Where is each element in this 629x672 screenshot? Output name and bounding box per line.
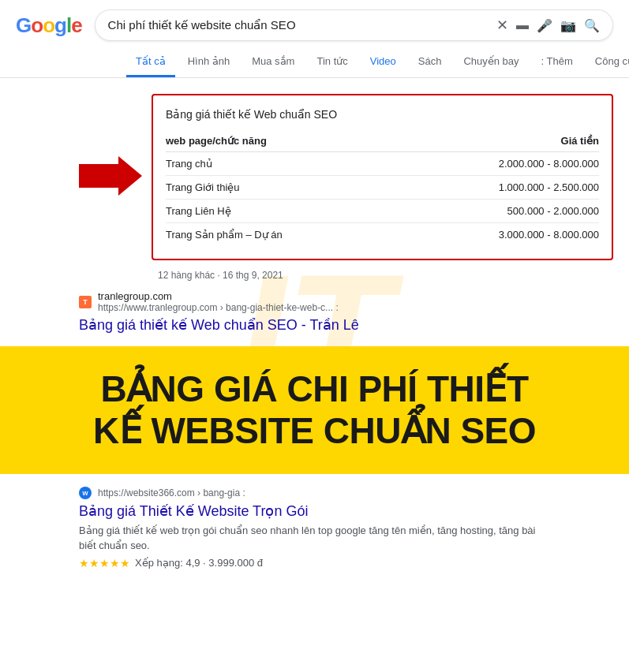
mic-icon[interactable]: 🎤 bbox=[537, 18, 552, 33]
red-arrow-icon bbox=[79, 156, 142, 196]
result-2-description: Bảng giá thiết kế web trọn gói chuẩn seo… bbox=[79, 523, 537, 554]
search-submit-icon[interactable]: 🔍 bbox=[584, 18, 600, 33]
yellow-banner-line2: KẾ WEBSITE CHUẨN SEO bbox=[47, 410, 582, 452]
table-cell-price: 2.000.000 - 8.000.000 bbox=[399, 152, 599, 176]
google-logo: Google bbox=[16, 13, 82, 38]
rating-text: Xếp hạng: 4,9 · 3.999.000 đ bbox=[135, 557, 263, 569]
camera-icon[interactable]: 📷 bbox=[560, 18, 576, 33]
col-header-price: Giá tiền bbox=[399, 130, 599, 152]
tab-them[interactable]: : Thêm bbox=[532, 47, 582, 77]
svg-marker-0 bbox=[79, 156, 142, 196]
featured-snippet-wrapper: Bảng giá thiết kế Web chuẩn SEO web page… bbox=[79, 94, 613, 260]
tab-tat-ca[interactable]: Tất cả bbox=[126, 47, 175, 77]
rating-row: ★★★★★ Xếp hạng: 4,9 · 3.999.000 đ bbox=[79, 557, 613, 569]
search-result-1: T tranlegroup.com https://www.tranlegrou… bbox=[79, 290, 613, 334]
table-cell-price: 500.000 - 2.000.000 bbox=[399, 200, 599, 223]
price-table: web page/chức năng Giá tiền Trang chủ2.0… bbox=[166, 130, 599, 246]
search-icons: ✕ ▬ 🎤 📷 🔍 bbox=[496, 17, 600, 34]
table-cell-name: Trang chủ bbox=[166, 152, 399, 176]
featured-snippet-box: Bảng giá thiết kế Web chuẩn SEO web page… bbox=[152, 94, 613, 260]
result-2-url: https://website366.com › bang-gia : bbox=[98, 487, 245, 498]
tab-video[interactable]: Video bbox=[361, 47, 406, 77]
star-icons: ★★★★★ bbox=[79, 557, 130, 569]
result-1-domain: tranlegroup.com bbox=[98, 290, 339, 302]
table-row: Trang chủ2.000.000 - 8.000.000 bbox=[166, 152, 599, 176]
table-cell-name: Trang Sản phẩm – Dự án bbox=[166, 223, 399, 247]
featured-snippet-title: Bảng giá thiết kế Web chuẩn SEO bbox=[166, 108, 599, 121]
yellow-banner-line1: BẢNG GIÁ CHI PHÍ THIẾT bbox=[47, 368, 582, 410]
google-header: Google Chi phí thiết kế website chuẩn SE… bbox=[0, 0, 629, 47]
tab-cong-cu[interactable]: Công cụ bbox=[586, 47, 629, 77]
clear-icon[interactable]: ✕ bbox=[496, 17, 508, 34]
search-query-text: Chi phí thiết kế website chuẩn SEO bbox=[108, 18, 490, 32]
table-row: Trang Sản phẩm – Dự án3.000.000 - 8.000.… bbox=[166, 223, 599, 247]
table-cell-price: 1.000.000 - 2.500.000 bbox=[399, 176, 599, 200]
table-row: Trang Liên Hệ500.000 - 2.000.000 bbox=[166, 200, 599, 223]
search-result-2: w https://website366.com › bang-gia : Bả… bbox=[79, 487, 613, 569]
table-cell-name: Trang Liên Hệ bbox=[166, 200, 399, 223]
keyboard-icon[interactable]: ▬ bbox=[516, 18, 529, 32]
yellow-banner: BẢNG GIÁ CHI PHÍ THIẾT KẾ WEBSITE CHUẨN … bbox=[0, 346, 629, 474]
result-2-title[interactable]: Bảng giá Thiết Kế Website Trọn Gói bbox=[79, 502, 613, 520]
search-bar[interactable]: Chi phí thiết kế website chuẩn SEO ✕ ▬ 🎤… bbox=[95, 9, 613, 41]
result-1-favicon: T bbox=[79, 296, 92, 308]
table-cell-price: 3.000.000 - 8.000.000 bbox=[399, 223, 599, 247]
more-rows-label: 12 hàng khác · 16 thg 9, 2021 bbox=[158, 270, 613, 281]
tab-hinh-anh[interactable]: Hình ảnh bbox=[178, 47, 240, 77]
table-cell-name: Trang Giới thiệu bbox=[166, 176, 399, 200]
result-1-source: T tranlegroup.com https://www.tranlegrou… bbox=[79, 290, 613, 313]
result-1-title-link[interactable]: Bảng giá thiết kế Web chuẩn SEO - Trần L… bbox=[79, 316, 613, 334]
table-row: Trang Giới thiệu1.000.000 - 2.500.000 bbox=[166, 176, 599, 200]
tab-sach[interactable]: Sách bbox=[409, 47, 451, 77]
tab-chuyen-bay[interactable]: Chuyến bay bbox=[454, 47, 528, 77]
result-1-url: https://www.tranlegroup.com › bang-gia-t… bbox=[98, 302, 339, 313]
nav-tabs: Tất cả Hình ảnh Mua sắm Tin tức Video Sá… bbox=[0, 47, 629, 78]
col-header-page: web page/chức năng bbox=[166, 130, 399, 152]
tab-tin-tuc[interactable]: Tin tức bbox=[307, 47, 357, 77]
main-content: Bảng giá thiết kế Web chuẩn SEO web page… bbox=[0, 78, 629, 585]
arrow-indicator bbox=[79, 156, 142, 199]
result-2-favicon: w bbox=[79, 487, 92, 499]
tab-mua-sam[interactable]: Mua sắm bbox=[242, 47, 304, 77]
result-2-source: w https://website366.com › bang-gia : bbox=[79, 487, 613, 499]
